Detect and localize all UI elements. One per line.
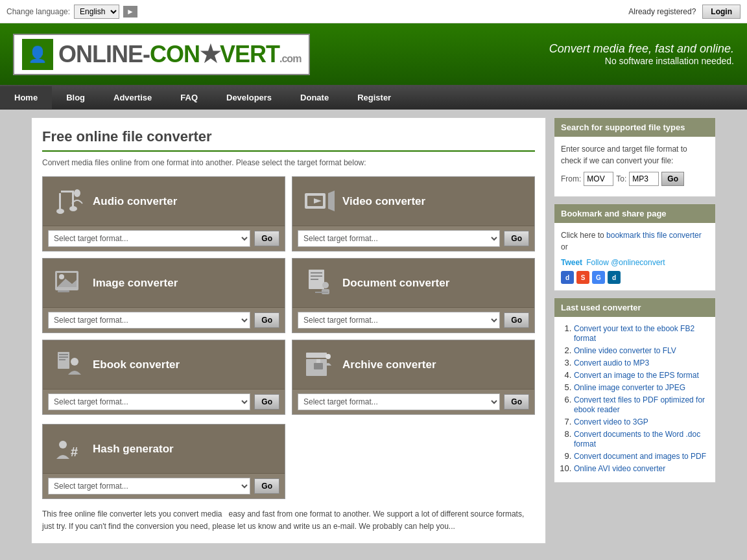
document-icon xyxy=(300,265,336,301)
video-icon xyxy=(300,183,336,219)
change-language-label: Change language: xyxy=(6,7,70,16)
nav-item-home[interactable]: Home xyxy=(0,86,52,109)
archive-converter-header: Archive converter xyxy=(292,340,534,389)
header: 👤 ONLINE-CON★VERT.com Convert media free… xyxy=(0,23,747,85)
header-tagline: Convert media free, fast and online. No … xyxy=(549,42,734,66)
svg-rect-32 xyxy=(316,359,320,363)
bookmark-box-header: Bookmark and share page xyxy=(554,204,715,223)
social-icons: d S G d xyxy=(561,271,709,284)
nav-item-blog[interactable]: Blog xyxy=(52,86,99,109)
image-icon xyxy=(51,265,86,301)
search-description: Enter source and target file format to c… xyxy=(561,143,709,167)
nav-item-donate[interactable]: Donate xyxy=(286,86,343,109)
svg-point-33 xyxy=(326,354,331,359)
search-to-label: To: xyxy=(616,174,626,183)
list-item: Convert your text to the ebook FB2 forma… xyxy=(574,323,709,343)
converter-grid: Audio converter Select target format... … xyxy=(42,176,535,415)
language-select[interactable]: English xyxy=(74,5,119,19)
bottom-text: This free online file converter lets you… xyxy=(42,508,535,533)
digg-icon[interactable]: d xyxy=(608,271,621,284)
lang-go-button[interactable]: ► xyxy=(123,6,137,18)
document-go-button[interactable]: Go xyxy=(504,312,529,328)
svg-text:👤: 👤 xyxy=(28,45,47,64)
bookmark-box-body: Click here to bookmark this file convert… xyxy=(554,223,715,290)
social-row: Tweet Follow @onlineconvert xyxy=(561,258,709,267)
ebook-icon xyxy=(51,347,86,382)
svg-rect-25 xyxy=(59,354,68,355)
svg-rect-5 xyxy=(72,191,74,209)
archive-go-button[interactable]: Go xyxy=(504,394,529,410)
last-used-link[interactable]: Convert an image to the EPS format xyxy=(574,371,699,380)
svg-rect-29 xyxy=(306,353,327,358)
last-used-link[interactable]: Convert audio to MP3 xyxy=(574,358,649,368)
nav-item-advertise[interactable]: Advertise xyxy=(99,86,166,109)
last-used-link[interactable]: Online image converter to JPEG xyxy=(574,383,685,392)
audio-icon xyxy=(51,183,86,219)
delicious-icon[interactable]: d xyxy=(561,271,574,284)
nav-item-faq[interactable]: FAQ xyxy=(166,86,212,109)
search-row: From: To: Go xyxy=(561,172,709,186)
list-item: Convert documents to the Word .doc forma… xyxy=(574,429,709,449)
sidebar: Search for supported file types Enter so… xyxy=(554,117,716,544)
click-here-text: Click here to xyxy=(561,231,606,240)
audio-converter-footer: Select target format... Go xyxy=(43,226,285,251)
top-bar-right: Already registered? Login xyxy=(628,5,741,19)
svg-point-7 xyxy=(74,189,80,197)
logo-area: 👤 ONLINE-CON★VERT.com xyxy=(13,34,310,75)
search-box-body: Enter source and target file format to c… xyxy=(554,137,715,196)
video-format-select[interactable]: Select target format... xyxy=(298,230,500,247)
nav-item-developers[interactable]: Developers xyxy=(212,86,286,109)
last-used-link[interactable]: Convert documents to the Word .doc forma… xyxy=(574,430,700,449)
bookmark-link[interactable]: bookmark this file converter xyxy=(606,231,702,240)
svg-rect-20 xyxy=(311,279,318,280)
tagline-line1: Convert media free, fast and online. xyxy=(549,42,734,56)
logo-icon: 👤 xyxy=(22,39,53,70)
nav-item-register[interactable]: Register xyxy=(343,86,405,109)
last-used-link[interactable]: Convert your text to the ebook FB2 forma… xyxy=(574,324,694,343)
video-converter-header: Video converter xyxy=(292,177,534,226)
search-to-input[interactable] xyxy=(629,172,659,186)
google-icon[interactable]: G xyxy=(592,271,605,284)
last-used-link[interactable]: Online AVI video converter xyxy=(574,464,665,473)
svg-rect-3 xyxy=(59,193,61,211)
last-used-link[interactable]: Convert video to 3GP xyxy=(574,417,648,426)
audio-go-button[interactable]: Go xyxy=(254,231,279,246)
search-from-label: From: xyxy=(561,174,581,183)
bookmark-box: Bookmark and share page Click here to bo… xyxy=(554,204,716,291)
video-converter-card: Video converter Select target format... … xyxy=(292,176,535,251)
last-used-body: Convert your text to the ebook FB2 forma… xyxy=(554,317,715,482)
page-title: Free online file converter xyxy=(42,128,535,152)
last-used-link[interactable]: Convert text files to PDF optimized for … xyxy=(574,395,705,414)
or-text: or xyxy=(561,242,568,251)
image-converter-header: Image converter xyxy=(43,259,285,307)
hash-format-select[interactable]: Select target format... xyxy=(48,478,250,495)
audio-format-select[interactable]: Select target format... xyxy=(48,230,250,247)
tweet-button[interactable]: Tweet xyxy=(561,258,582,267)
svg-rect-18 xyxy=(311,272,322,274)
list-item: Convert audio to MP3 xyxy=(574,358,709,368)
hash-converter-title: Hash generator xyxy=(93,443,174,456)
svg-point-34 xyxy=(59,441,67,449)
last-used-link[interactable]: Online video converter to FLV xyxy=(574,346,676,355)
search-from-input[interactable] xyxy=(584,172,613,186)
subtitle: Convert media files online from one form… xyxy=(42,158,535,167)
video-converter-footer: Select target format... Go xyxy=(292,226,534,251)
archive-format-select[interactable]: Select target format... xyxy=(298,393,500,410)
last-used-link[interactable]: Convert document and images to PDF xyxy=(574,452,706,461)
video-go-button[interactable]: Go xyxy=(504,231,529,246)
document-converter-card: Document converter Select target format.… xyxy=(292,258,535,333)
ebook-go-button[interactable]: Go xyxy=(254,394,279,410)
image-converter-footer: Select target format... Go xyxy=(43,307,285,332)
hash-converter-header: # Hash generator xyxy=(43,425,285,473)
image-go-button[interactable]: Go xyxy=(254,312,279,328)
document-format-select[interactable]: Select target format... xyxy=(298,312,500,329)
search-go-button[interactable]: Go xyxy=(661,172,684,186)
ebook-format-select[interactable]: Select target format... xyxy=(48,393,250,410)
stumbleupon-icon[interactable]: S xyxy=(576,271,589,284)
svg-rect-19 xyxy=(311,275,322,277)
image-format-select[interactable]: Select target format... xyxy=(48,312,250,329)
hash-converter-footer: Select target format... Go xyxy=(43,473,285,498)
login-button[interactable]: Login xyxy=(702,5,741,19)
follow-button[interactable]: Follow @onlineconvert xyxy=(586,258,665,267)
hash-go-button[interactable]: Go xyxy=(254,478,279,494)
